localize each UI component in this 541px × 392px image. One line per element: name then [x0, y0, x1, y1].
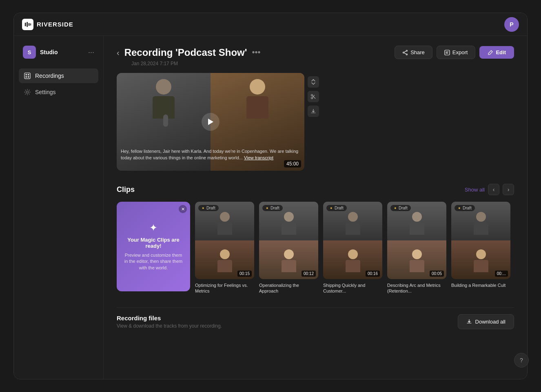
play-button[interactable]: [202, 113, 220, 131]
svg-point-16: [311, 95, 313, 96]
sidebar-settings-label: Settings: [35, 89, 56, 95]
svg-rect-2: [29, 23, 30, 26]
svg-rect-1: [27, 22, 28, 27]
content-area: ‹ Recording 'Podcast Show' ••• Share: [104, 36, 527, 379]
edit-button[interactable]: Edit: [479, 46, 514, 59]
svg-rect-3: [30, 23, 31, 25]
clips-next-button[interactable]: ›: [503, 184, 514, 195]
download-icon-btn[interactable]: [308, 106, 319, 117]
clip-thumbnail-3: ✦ Draft 00:16: [323, 202, 382, 279]
clip-thumbnail-2: ✦ Draft 00:12: [259, 202, 318, 279]
draft-badge-1: ✦ Draft: [198, 205, 219, 211]
recording-more-button[interactable]: •••: [252, 48, 260, 57]
recording-files-title: Recording files: [117, 315, 222, 322]
clip-title-5: Building a Remarkable Cult: [451, 282, 510, 288]
content-header: ‹ Recording 'Podcast Show' ••• Share: [117, 46, 514, 59]
clip-card-5[interactable]: ✦ Draft 00:... Building a Remarkable Cul…: [451, 202, 510, 294]
video-preview[interactable]: Hey, fellow listeners, Jair here with Ka…: [117, 73, 304, 171]
cut-icon-btn[interactable]: [308, 91, 319, 102]
video-transcript: Hey, fellow listeners, Jair here with Ka…: [121, 148, 300, 161]
clips-prev-button[interactable]: ‹: [488, 184, 499, 195]
magic-card-title: Your Magic Clips are ready!: [123, 237, 184, 249]
svg-point-9: [26, 91, 28, 93]
svg-rect-0: [25, 22, 26, 26]
show-all-button[interactable]: Show all: [465, 187, 485, 193]
cut-icon: [310, 94, 316, 99]
sidebar-recordings-label: Recordings: [35, 73, 64, 79]
side-icons: [308, 73, 319, 171]
magic-close-button[interactable]: ✕: [179, 205, 187, 213]
draft-badge-5: ✦ Draft: [455, 205, 475, 211]
clip-duration-3: 00:16: [366, 271, 380, 277]
recordings-icon: [24, 72, 31, 79]
clip-thumbnail-1: ✦ Draft 00:15: [195, 202, 254, 279]
page-title: Recording 'Podcast Show': [124, 47, 247, 58]
user-avatar-button[interactable]: P: [504, 17, 519, 32]
logo-icon: [22, 19, 33, 30]
clip-card-2[interactable]: ✦ Draft 00:12 Operationalizing the Appro…: [259, 202, 318, 294]
export-button[interactable]: Export: [437, 46, 476, 59]
clip-duration-1: 00:15: [237, 271, 252, 277]
svg-line-14: [404, 53, 406, 54]
recording-date: Jan 28,2024 7:17 PM: [131, 61, 514, 66]
clip-thumbnail-5: ✦ Draft 00:...: [451, 202, 510, 279]
studio-header: S Studio ···: [19, 42, 98, 62]
collapse-icon: [310, 79, 316, 85]
clip-card-1[interactable]: ✦ Draft 00:15 Optimizing for Feelings vs…: [195, 202, 254, 294]
clips-header: Clips Show all ‹ ›: [117, 184, 514, 195]
download-all-button[interactable]: Download all: [458, 314, 514, 329]
download-all-icon: [466, 319, 472, 324]
svg-rect-6: [28, 74, 29, 76]
studio-name: Studio: [40, 49, 58, 55]
clip-duration-4: 00:05: [430, 271, 444, 277]
svg-rect-5: [26, 74, 27, 76]
sidebar: S Studio ··· Recordings: [14, 36, 104, 379]
recording-files-section: Recording files View & download the trac…: [117, 307, 514, 336]
clip-thumbnail-4: ✦ Draft 00:05: [387, 202, 446, 279]
magic-clips-card[interactable]: ✕ ✦ Your Magic Clips are ready! Preview …: [117, 202, 190, 291]
magic-card-description: Preview and customize them in the editor…: [123, 252, 184, 271]
clip-title-3: Shipping Quickly and Customer...: [323, 282, 382, 294]
draft-badge-3: ✦ Draft: [326, 205, 347, 211]
svg-point-11: [403, 52, 404, 53]
sidebar-item-recordings[interactable]: Recordings: [19, 68, 98, 83]
svg-line-13: [404, 51, 406, 52]
svg-point-10: [406, 50, 408, 51]
video-wrapper: Hey, fellow listeners, Jair here with Ka…: [117, 73, 514, 171]
recording-files-description: View & download the tracks from your rec…: [117, 323, 222, 329]
clip-duration-2: 00:12: [302, 271, 316, 277]
edit-icon: [488, 50, 493, 55]
clip-card-3[interactable]: ✦ Draft 00:16 Shipping Quickly and Custo…: [323, 202, 382, 294]
download-icon: [310, 108, 316, 114]
share-button[interactable]: Share: [395, 46, 432, 59]
sidebar-item-settings[interactable]: Settings: [19, 85, 98, 99]
top-bar: RIVERSIDE P: [14, 13, 527, 36]
clip-title-4: Describing Arc and Metrics (Retention...: [387, 282, 446, 294]
studio-more-button[interactable]: ···: [88, 48, 94, 56]
logo: RIVERSIDE: [22, 19, 73, 30]
back-button[interactable]: ‹: [117, 48, 120, 57]
help-button[interactable]: ?: [514, 353, 529, 368]
clip-duration-5: 00:...: [495, 271, 508, 277]
clips-title: Clips: [117, 185, 135, 194]
svg-point-17: [311, 97, 313, 99]
clip-title-2: Operationalizing the Approach: [259, 282, 318, 294]
draft-badge-4: ✦ Draft: [390, 205, 411, 211]
clip-card-4[interactable]: ✦ Draft 00:05 Describing Arc and Metrics…: [387, 202, 446, 294]
svg-rect-8: [28, 76, 29, 78]
clips-grid: ✕ ✦ Your Magic Clips are ready! Preview …: [117, 202, 514, 294]
collapse-icon-btn[interactable]: [308, 76, 319, 88]
svg-point-12: [406, 54, 408, 55]
clip-title-1: Optimizing for Feelings vs. Metrics: [195, 282, 254, 294]
svg-rect-4: [24, 73, 30, 79]
logo-text: RIVERSIDE: [37, 21, 73, 28]
clips-section: Clips Show all ‹ › ✕ ✦ Your Magic Clips …: [117, 184, 514, 294]
settings-icon: [24, 88, 31, 96]
export-icon: [444, 50, 450, 55]
view-transcript-link[interactable]: View transcript: [244, 155, 273, 160]
studio-avatar: S: [23, 46, 36, 59]
share-icon: [402, 50, 408, 55]
video-timestamp: 45:00: [284, 160, 301, 167]
draft-badge-2: ✦ Draft: [262, 205, 283, 211]
svg-rect-7: [26, 76, 27, 78]
